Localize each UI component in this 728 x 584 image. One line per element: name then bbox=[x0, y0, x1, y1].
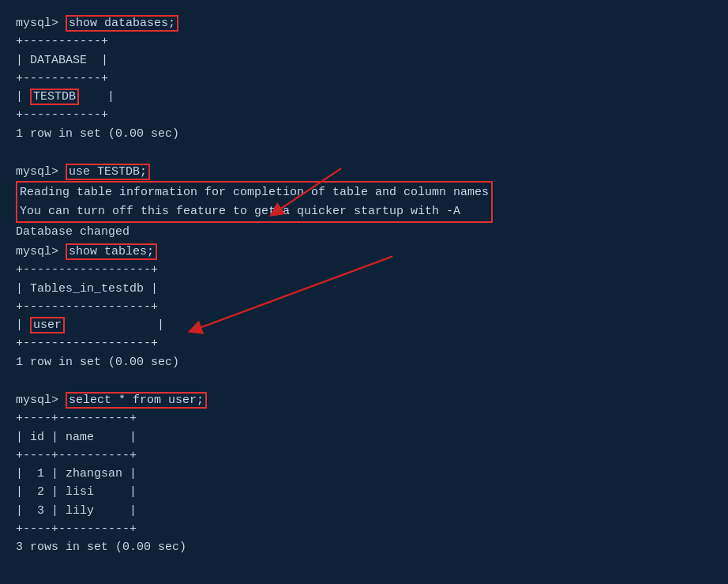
block-show-databases: mysql> show databases; +-----------+ | D… bbox=[16, 14, 712, 143]
prompt-text-2: mysql> bbox=[16, 165, 66, 179]
block-show-tables: mysql> show tables; +------------------+… bbox=[16, 243, 712, 371]
select-line-8: 3 rows in set (0.00 sec) bbox=[16, 538, 712, 556]
tables-line-5: +------------------+ bbox=[16, 334, 712, 352]
select-line-2: | id | name | bbox=[16, 428, 712, 446]
output-line-2: | DATABASE | bbox=[16, 51, 712, 70]
prompt-show-tables: mysql> show tables; bbox=[16, 243, 712, 261]
db-changed: Database changed bbox=[16, 223, 712, 241]
tables-line-3: +------------------+ bbox=[16, 298, 712, 316]
prompt-text: mysql> bbox=[16, 17, 66, 30]
select-line-3: +----+----------+ bbox=[16, 446, 712, 465]
prompt-text-3: mysql> bbox=[16, 245, 66, 258]
prompt-use-testdb: mysql> use TESTDB; bbox=[16, 163, 712, 181]
prompt-select-user: mysql> select * from user; bbox=[16, 391, 712, 409]
command-use-testdb: use TESTDB; bbox=[66, 164, 150, 180]
command-show-databases: show databases; bbox=[66, 15, 178, 32]
blank-1 bbox=[16, 145, 712, 163]
select-line-5: | 2 | lisi | bbox=[16, 483, 712, 501]
command-show-tables: show tables; bbox=[66, 243, 157, 260]
info-line-2: You can turn off this feature to get a q… bbox=[20, 202, 489, 220]
tables-line-1: +------------------+ bbox=[16, 261, 712, 279]
info-line-1: Reading table information for completion… bbox=[20, 183, 489, 202]
output-line-6: 1 row in set (0.00 sec) bbox=[16, 125, 712, 143]
select-line-7: +----+----------+ bbox=[16, 520, 712, 538]
prompt-show-databases: mysql> show databases; bbox=[16, 14, 712, 32]
select-line-1: +----+----------+ bbox=[16, 409, 712, 428]
tables-line-2: | Tables_in_testdb | bbox=[16, 280, 712, 298]
block-use-testdb: mysql> use TESTDB; Reading table informa… bbox=[16, 163, 712, 241]
tables-line-4: | user | bbox=[16, 316, 712, 334]
info-block: Reading table information for completion… bbox=[16, 181, 493, 223]
terminal: mysql> show databases; +-----------+ | D… bbox=[16, 14, 712, 556]
select-line-4: | 1 | zhangsan | bbox=[16, 465, 712, 483]
output-line-3: +-----------+ bbox=[16, 70, 712, 88]
testdb-value: TESTDB bbox=[30, 89, 79, 105]
prompt-text-4: mysql> bbox=[16, 394, 66, 407]
output-line-5: +-----------+ bbox=[16, 106, 712, 124]
user-table-value: user bbox=[30, 317, 65, 333]
output-line-4: | TESTDB | bbox=[16, 88, 712, 106]
block-select-user: mysql> select * from user; +----+-------… bbox=[16, 391, 712, 556]
blank-2 bbox=[16, 373, 712, 391]
select-line-6: | 3 | lily | bbox=[16, 502, 712, 520]
output-line-1: +-----------+ bbox=[16, 32, 712, 51]
tables-line-6: 1 row in set (0.00 sec) bbox=[16, 353, 712, 371]
command-select-user: select * from user; bbox=[66, 392, 207, 409]
